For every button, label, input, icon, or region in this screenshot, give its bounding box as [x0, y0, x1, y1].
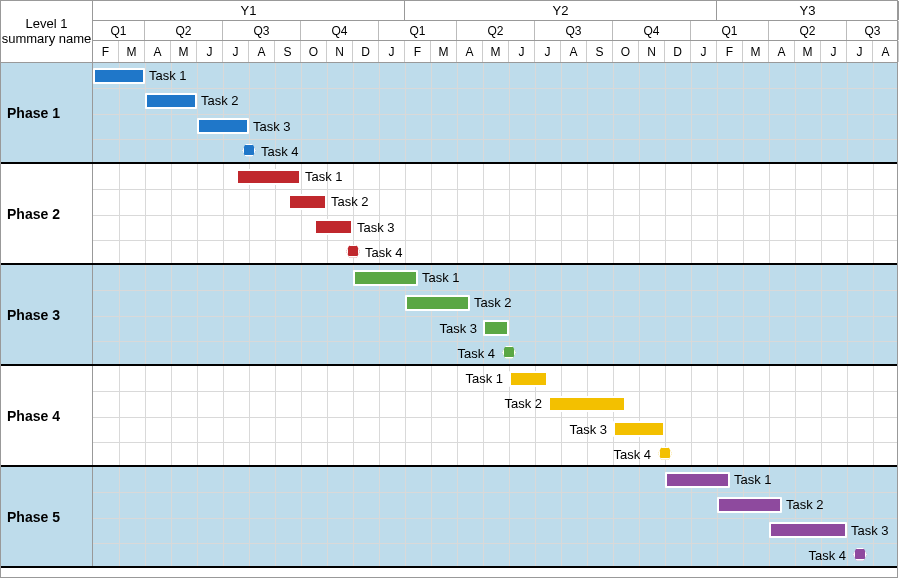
grid-line	[379, 63, 380, 162]
task-bar[interactable]	[769, 522, 847, 538]
grid-line	[743, 63, 744, 162]
grid-line	[561, 265, 562, 364]
task-label: Task 2	[201, 93, 239, 109]
grid-line	[509, 467, 510, 566]
grid-line	[327, 63, 328, 162]
milestone-icon[interactable]	[658, 446, 672, 460]
month-cell: F	[93, 41, 119, 62]
month-cell: A	[769, 41, 795, 62]
month-cell: J	[535, 41, 561, 62]
grid-line	[847, 63, 848, 162]
grid-line	[847, 366, 848, 465]
grid-line	[249, 366, 250, 465]
grid-line	[197, 366, 198, 465]
grid-line	[353, 63, 354, 162]
quarter-cell: Q2	[769, 21, 847, 40]
task-bar[interactable]	[93, 68, 145, 84]
row-line	[93, 417, 897, 418]
grid-line	[119, 164, 120, 263]
month-cell: N	[327, 41, 353, 62]
task-label: Task 1	[465, 371, 503, 387]
month-cell: J	[197, 41, 223, 62]
task-bar[interactable]	[353, 270, 418, 286]
task-label: Task 3	[439, 320, 477, 336]
grid-line	[327, 366, 328, 465]
grid-line	[665, 63, 666, 162]
row-line	[93, 391, 897, 392]
task-bar[interactable]	[145, 93, 197, 109]
grid-line	[665, 265, 666, 364]
month-cell: F	[405, 41, 431, 62]
grid-line	[795, 366, 796, 465]
quarter-cell: Q1	[93, 21, 145, 40]
quarter-cell: Q3	[847, 21, 899, 40]
task-bar[interactable]	[197, 118, 249, 134]
grid-line	[197, 63, 198, 162]
quarter-cell: Q2	[457, 21, 535, 40]
row-line	[93, 215, 897, 216]
grid-line	[171, 467, 172, 566]
grid-line	[535, 265, 536, 364]
task-bar[interactable]	[405, 295, 470, 311]
grid-line	[561, 366, 562, 465]
month-cell: A	[249, 41, 275, 62]
summary-name-label: Level 1 summary name	[1, 17, 92, 46]
task-bar[interactable]	[548, 396, 626, 412]
grid-line	[275, 265, 276, 364]
phase-label: Phase 1	[1, 63, 93, 162]
month-cell: M	[795, 41, 821, 62]
grid-line	[561, 63, 562, 162]
month-cell: J	[691, 41, 717, 62]
month-cell: J	[847, 41, 873, 62]
month-cell: D	[353, 41, 379, 62]
grid-line	[873, 366, 874, 465]
grid-line	[119, 467, 120, 566]
task-bar[interactable]	[236, 169, 301, 185]
row-line	[93, 88, 897, 89]
grid-line	[145, 265, 146, 364]
milestone-icon[interactable]	[242, 143, 256, 157]
task-bar[interactable]	[288, 194, 327, 210]
grid-line	[691, 63, 692, 162]
row-line	[93, 341, 897, 342]
task-bar[interactable]	[665, 472, 730, 488]
grid-line	[171, 366, 172, 465]
grid-line	[275, 366, 276, 465]
row-line	[93, 442, 897, 443]
row-line	[93, 316, 897, 317]
month-cell: F	[717, 41, 743, 62]
task-bar[interactable]	[509, 371, 548, 387]
grid-line	[301, 164, 302, 263]
grid-line	[691, 164, 692, 263]
task-bar[interactable]	[717, 497, 782, 513]
quarter-cell: Q2	[145, 21, 223, 40]
grid-line	[509, 164, 510, 263]
month-cell: A	[561, 41, 587, 62]
grid-line	[639, 265, 640, 364]
month-cell: M	[483, 41, 509, 62]
grid-line	[509, 63, 510, 162]
task-label: Task 2	[331, 194, 369, 210]
grid-line	[223, 265, 224, 364]
grid-line	[717, 265, 718, 364]
milestone-icon[interactable]	[853, 547, 867, 561]
grid-line	[587, 63, 588, 162]
milestone-icon[interactable]	[502, 345, 516, 359]
grid-line	[145, 164, 146, 263]
grid-line	[561, 164, 562, 263]
task-bar[interactable]	[613, 421, 665, 437]
phase-label: Phase 5	[1, 467, 93, 566]
task-bar[interactable]	[314, 219, 353, 235]
grid-line	[717, 63, 718, 162]
grid-line	[821, 366, 822, 465]
phase-row: Phase 2Task 1Task 2Task 3Task 4	[1, 164, 897, 265]
milestone-icon[interactable]	[346, 244, 360, 258]
grid-line	[483, 63, 484, 162]
task-bar[interactable]	[483, 320, 509, 336]
quarter-cell: Q4	[613, 21, 691, 40]
grid-line	[613, 164, 614, 263]
month-cell: M	[119, 41, 145, 62]
grid-line	[639, 467, 640, 566]
month-cell: N	[639, 41, 665, 62]
grid-line	[405, 63, 406, 162]
